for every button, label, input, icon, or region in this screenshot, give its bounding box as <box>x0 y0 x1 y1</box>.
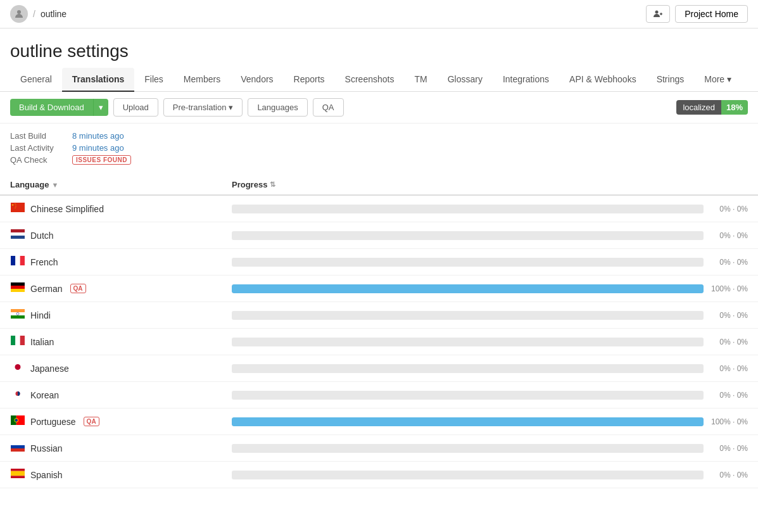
toolbar: Build & Download ▾ Upload Pre-translatio… <box>0 92 758 124</box>
languages-button[interactable]: Languages <box>248 98 307 117</box>
build-download-group: Build & Download ▾ <box>10 99 108 116</box>
tab-tm[interactable]: TM <box>404 68 437 92</box>
progress-cell: 0% · 0% <box>232 444 748 453</box>
progress-pct: 0% · 0% <box>710 258 748 267</box>
language-name: Korean <box>30 390 59 400</box>
svg-rect-4 <box>11 203 25 212</box>
tab-members[interactable]: Members <box>174 68 231 92</box>
flag-icon <box>10 388 25 402</box>
add-member-button[interactable] <box>646 5 670 23</box>
tab-more-label: More <box>704 74 724 84</box>
tab-translations[interactable]: Translations <box>62 68 134 92</box>
language-name: Japanese <box>30 364 69 374</box>
qa-check-badge[interactable]: ISSUES FOUND <box>72 155 131 165</box>
tab-files[interactable]: Files <box>134 68 174 92</box>
language-name-cell: Dutch <box>10 229 232 242</box>
last-activity-label: Last Activity <box>10 143 67 153</box>
last-build-row: Last Build 8 minutes ago <box>10 131 748 141</box>
chevron-down-icon: ▾ <box>727 74 731 84</box>
flag-icon <box>10 229 25 242</box>
tab-api[interactable]: API & Webhooks <box>559 68 647 92</box>
build-download-dropdown[interactable]: ▾ <box>93 99 108 116</box>
tab-strings[interactable]: Strings <box>647 68 695 92</box>
svg-rect-34 <box>11 442 25 445</box>
language-name: Italian <box>30 337 54 347</box>
qa-check-label: QA Check <box>10 155 67 165</box>
col-progress-label: Progress <box>232 180 267 189</box>
progress-cell: 0% · 0% <box>232 231 748 240</box>
table-row[interactable]: Hindi 0% · 0% <box>0 302 758 329</box>
table-row[interactable]: Chinese Simplified 0% · 0% <box>0 196 758 222</box>
language-name-cell: Korean <box>10 388 232 402</box>
svg-rect-19 <box>11 309 25 312</box>
progress-pct: 100% · 0% <box>710 284 748 293</box>
table-row[interactable]: Japanese 0% · 0% <box>0 355 758 382</box>
progress-bar-container <box>232 338 704 346</box>
tab-glossary[interactable]: Glossary <box>438 68 493 92</box>
progress-pct: 0% · 0% <box>710 311 748 320</box>
language-name: Hindi <box>30 310 51 320</box>
progress-cell: 0% · 0% <box>232 311 748 320</box>
build-download-button[interactable]: Build & Download <box>10 99 93 116</box>
svg-rect-23 <box>11 336 15 345</box>
svg-point-27 <box>15 364 21 370</box>
tab-more[interactable]: More ▾ <box>694 68 742 92</box>
svg-rect-18 <box>11 289 25 292</box>
progress-cell: 0% · 0% <box>232 471 748 479</box>
qa-button[interactable]: QA <box>313 98 344 117</box>
progress-bar-container <box>232 231 704 240</box>
qa-tag: QA <box>70 284 86 293</box>
svg-rect-25 <box>20 336 25 345</box>
tab-general[interactable]: General <box>10 68 62 92</box>
localized-pct: 18% <box>721 100 748 115</box>
svg-rect-11 <box>11 232 25 236</box>
chevron-down-icon: ▾ <box>229 103 233 112</box>
tab-integrations[interactable]: Integrations <box>493 68 559 92</box>
table-row[interactable]: Portuguese QA 100% · 0% <box>0 408 758 435</box>
tab-reports[interactable]: Reports <box>284 68 335 92</box>
progress-pct: 0% · 0% <box>710 364 748 373</box>
table-row[interactable]: French 0% · 0% <box>0 249 758 276</box>
table-row[interactable]: Spanish 0% · 0% <box>0 462 758 488</box>
language-name-cell: German QA <box>10 282 232 295</box>
progress-bar-container <box>232 284 704 293</box>
table-row[interactable]: Russian 0% · 0% <box>0 435 758 462</box>
language-name: Portuguese <box>30 417 76 427</box>
progress-cell: 0% · 0% <box>232 205 748 213</box>
col-language-header[interactable]: Language ▼ <box>10 180 232 189</box>
upload-button[interactable]: Upload <box>113 98 158 117</box>
progress-pct: 0% · 0% <box>710 205 748 213</box>
project-home-button[interactable]: Project Home <box>675 5 748 23</box>
flag-icon <box>10 468 25 481</box>
progress-bar-fill <box>232 284 704 293</box>
tab-vendors[interactable]: Vendors <box>231 68 283 92</box>
table-row[interactable]: Dutch 0% · 0% <box>0 222 758 249</box>
svg-rect-39 <box>11 476 25 478</box>
flag-icon <box>10 335 25 348</box>
language-name-cell: Italian <box>10 335 232 348</box>
table-row[interactable]: German QA 100% · 0% <box>0 276 758 302</box>
svg-point-33 <box>15 419 18 422</box>
progress-bar-container <box>232 311 704 320</box>
qa-tag: QA <box>84 417 99 426</box>
breadcrumb-project[interactable]: outline <box>41 9 66 19</box>
language-name-cell: Portuguese QA <box>10 415 232 428</box>
progress-cell: 100% · 0% <box>232 417 748 426</box>
table-row[interactable]: Korean 0% · 0% <box>0 382 758 408</box>
user-avatar[interactable] <box>10 5 28 23</box>
flag-icon <box>10 415 25 428</box>
table-header: Language ▼ Progress ⇅ <box>0 175 758 196</box>
col-language-label: Language <box>10 180 49 189</box>
col-progress-header[interactable]: Progress ⇅ <box>232 180 748 189</box>
progress-bar-container <box>232 205 704 213</box>
language-name-cell: Hindi <box>10 308 232 322</box>
flag-icon <box>10 308 25 322</box>
pretranslation-button[interactable]: Pre-translation ▾ <box>163 98 243 117</box>
tab-screenshots[interactable]: Screenshots <box>335 68 405 92</box>
chevron-down-icon: ▾ <box>99 103 103 112</box>
last-build-value[interactable]: 8 minutes ago <box>72 131 124 141</box>
progress-pct: 0% · 0% <box>710 471 748 479</box>
table-row[interactable]: Italian 0% · 0% <box>0 329 758 355</box>
last-activity-value[interactable]: 9 minutes ago <box>72 143 124 153</box>
progress-cell: 100% · 0% <box>232 284 748 293</box>
